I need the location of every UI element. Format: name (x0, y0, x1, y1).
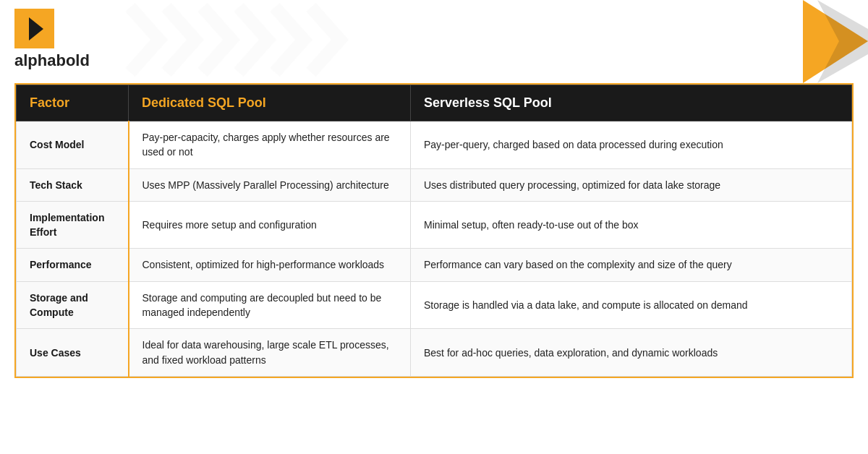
row-serverless-0: Pay-per-query, charged based on data pro… (411, 121, 852, 169)
background-watermark (116, 0, 369, 80)
logo-alpha: alpha (14, 51, 56, 69)
logo-area: alphabold (14, 9, 90, 70)
comparison-table: Factor Dedicated SQL Pool Serverless SQL… (16, 85, 852, 377)
table-row: Tech StackUses MPP (Massively Parallel P… (17, 168, 852, 201)
row-serverless-2: Minimal setup, often ready-to-use out of… (411, 201, 852, 249)
row-dedicated-3: Consistent, optimized for high-performan… (129, 249, 411, 281)
row-dedicated-5: Ideal for data warehousing, large scale … (129, 329, 411, 377)
row-label-4: Storage and Compute (17, 281, 129, 329)
logo-chevron-icon (23, 14, 46, 43)
logo-text: alphabold (14, 51, 90, 70)
header-serverless: Serverless SQL Pool (411, 85, 852, 121)
row-label-1: Tech Stack (17, 168, 129, 201)
comparison-table-container: Factor Dedicated SQL Pool Serverless SQL… (14, 83, 854, 378)
row-label-3: Performance (17, 249, 129, 281)
row-label-5: Use Cases (17, 329, 129, 377)
row-dedicated-1: Uses MPP (Massively Parallel Processing)… (129, 168, 411, 201)
logo-icon (14, 9, 54, 48)
header-factor: Factor (17, 85, 129, 121)
table-row: Storage and ComputeStorage and computing… (17, 281, 852, 329)
row-serverless-4: Storage is handled via a data lake, and … (411, 281, 852, 329)
table-row: Use CasesIdeal for data warehousing, lar… (17, 329, 852, 377)
table-header-row: Factor Dedicated SQL Pool Serverless SQL… (17, 85, 852, 121)
decorative-chevron-right (803, 0, 868, 83)
row-serverless-1: Uses distributed query processing, optim… (411, 168, 852, 201)
row-label-2: Implementation Effort (17, 201, 129, 249)
table-row: Implementation EffortRequires more setup… (17, 201, 852, 249)
logo-bold: bold (56, 51, 89, 69)
row-dedicated-0: Pay-per-capacity, charges apply whether … (129, 121, 411, 169)
svg-marker-0 (29, 17, 43, 40)
row-serverless-3: Performance can vary based on the comple… (411, 249, 852, 281)
row-dedicated-4: Storage and computing are decoupled but … (129, 281, 411, 329)
row-dedicated-2: Requires more setup and configuration (129, 201, 411, 249)
table-row: PerformanceConsistent, optimized for hig… (17, 249, 852, 281)
header-dedicated: Dedicated SQL Pool (129, 85, 411, 121)
row-serverless-5: Best for ad-hoc queries, data exploratio… (411, 329, 852, 377)
row-label-0: Cost Model (17, 121, 129, 169)
table-row: Cost ModelPay-per-capacity, charges appl… (17, 121, 852, 169)
